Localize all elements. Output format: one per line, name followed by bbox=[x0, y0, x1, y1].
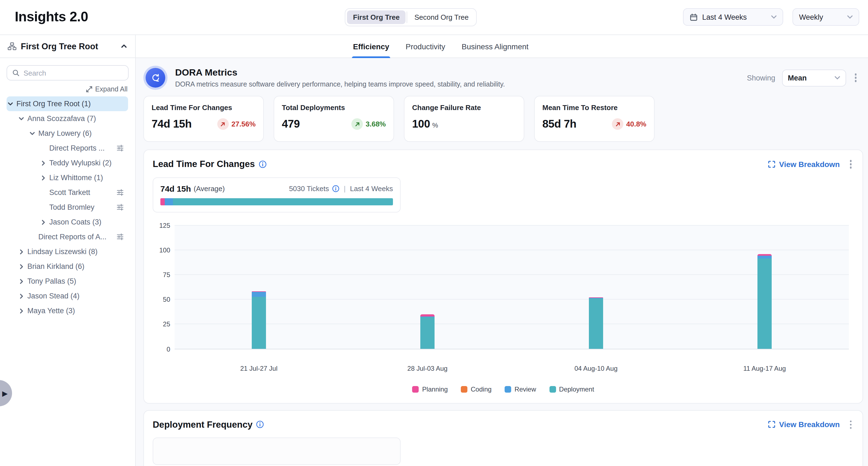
period-label: Last 4 Weeks bbox=[350, 184, 393, 193]
tree-item-label: First Org Tree Root (1) bbox=[17, 100, 91, 108]
stacked-bar bbox=[757, 254, 772, 349]
aggregation-value: Mean bbox=[788, 74, 807, 82]
bar-segment-planning bbox=[420, 314, 435, 317]
chart-plot bbox=[175, 225, 849, 349]
tree-item[interactable]: First Org Tree Root (1) bbox=[6, 96, 128, 111]
tab-business-alignment[interactable]: Business Alignment bbox=[462, 35, 528, 58]
tree-item[interactable]: Teddy Wylupski (2) bbox=[6, 155, 128, 170]
tree-item-label: Teddy Wylupski (2) bbox=[49, 159, 112, 167]
bar-segment-planning bbox=[757, 254, 772, 256]
tab-efficiency[interactable]: Efficiency bbox=[353, 35, 389, 58]
lead-time-title: Lead Time For Changes bbox=[153, 159, 255, 170]
tree-item[interactable]: Maya Yette (3) bbox=[6, 303, 128, 318]
chevron-right-icon[interactable] bbox=[39, 174, 47, 181]
legend-label: Review bbox=[515, 385, 536, 393]
expand-all-label: Expand All bbox=[95, 85, 127, 93]
trend-up-icon bbox=[351, 118, 363, 130]
chevron-right-icon[interactable] bbox=[18, 278, 25, 285]
deployment-summary-box bbox=[153, 438, 401, 465]
chevron-right-icon[interactable] bbox=[18, 307, 25, 315]
chevron-right-icon[interactable] bbox=[39, 159, 47, 167]
tree-item[interactable]: Direct Reports ... bbox=[6, 141, 128, 155]
dora-subtitle: DORA metrics measure software delivery p… bbox=[175, 81, 505, 88]
header-controls: Last 4 Weeks Weekly bbox=[683, 8, 859, 26]
tree-item[interactable]: Anna Scozzafava (7) bbox=[6, 111, 128, 126]
main-area: Efficiency Productivity Business Alignme… bbox=[136, 35, 868, 466]
metric-value: 74d 15h bbox=[152, 118, 191, 130]
tree-item[interactable]: Liz Whittome (1) bbox=[6, 170, 128, 185]
deployment-kebab-menu[interactable] bbox=[847, 418, 854, 431]
tree-item[interactable]: Scott Tarkett bbox=[6, 185, 128, 200]
app-title: Insights 2.0 bbox=[15, 9, 88, 25]
date-range-select[interactable]: Last 4 Weeks bbox=[683, 8, 783, 26]
granularity-select[interactable]: Weekly bbox=[793, 8, 859, 26]
toggle-first-org-tree[interactable]: First Org Tree bbox=[347, 10, 406, 24]
stacked-bar bbox=[420, 314, 435, 349]
x-tick-label: 28 Jul-03 Aug bbox=[343, 365, 512, 372]
tree-item[interactable]: Brian Kirkland (6) bbox=[6, 259, 128, 274]
deployment-frequency-title: Deployment Frequency bbox=[153, 419, 253, 430]
chevron-down-icon[interactable] bbox=[6, 100, 14, 108]
tree-item-label: Jason Coats (3) bbox=[49, 218, 101, 226]
tree-item[interactable]: Lindsay Liszewski (8) bbox=[6, 244, 128, 259]
tree-item-label: Liz Whittome (1) bbox=[49, 174, 103, 182]
expand-corners-icon bbox=[768, 421, 776, 429]
toggle-second-org-tree[interactable]: Second Org Tree bbox=[408, 10, 475, 24]
tree-item-label: Scott Tarkett bbox=[49, 188, 90, 197]
expand-all-button[interactable]: Expand All bbox=[0, 85, 127, 93]
lead-time-kebab-menu[interactable] bbox=[847, 158, 854, 171]
view-breakdown-link[interactable]: View Breakdown bbox=[768, 420, 840, 429]
legend-item[interactable]: Review bbox=[505, 385, 536, 393]
legend-item[interactable]: Planning bbox=[412, 385, 448, 393]
tree-item[interactable]: Tony Pallas (5) bbox=[6, 274, 128, 289]
dashboard-content: DORA Metrics DORA metrics measure softwa… bbox=[136, 58, 868, 466]
filters-icon[interactable] bbox=[117, 189, 124, 196]
metric-value: 100 bbox=[412, 118, 430, 130]
info-icon[interactable] bbox=[332, 185, 339, 192]
tree-item[interactable]: Mary Lowery (6) bbox=[6, 126, 128, 141]
chevron-down-icon[interactable] bbox=[18, 115, 25, 122]
chevron-down-icon[interactable] bbox=[28, 129, 36, 137]
showing-label: Showing bbox=[747, 74, 775, 82]
search-input[interactable] bbox=[24, 69, 123, 77]
legend-item[interactable]: Coding bbox=[461, 385, 492, 393]
trend-badge: 3.68% bbox=[351, 118, 386, 130]
collapse-sidebar-icon[interactable] bbox=[120, 43, 127, 50]
tree-item-label: Brian Kirkland (6) bbox=[27, 262, 85, 270]
tree-item[interactable]: Direct Reports of A... bbox=[6, 229, 128, 244]
bar-segment-review bbox=[252, 292, 266, 296]
average-value: 74d 15h bbox=[160, 184, 191, 193]
chevron-right-icon[interactable] bbox=[39, 218, 47, 226]
metric-label: Total Deployments bbox=[282, 104, 386, 112]
org-hierarchy-icon bbox=[8, 42, 17, 51]
tab-productivity[interactable]: Productivity bbox=[406, 35, 445, 58]
chevron-right-icon[interactable] bbox=[18, 248, 25, 256]
trend-delta: 40.8% bbox=[626, 120, 646, 128]
dora-kebab-menu[interactable] bbox=[852, 71, 859, 84]
tree-item-label: Anna Scozzafava (7) bbox=[27, 114, 96, 123]
tree-item-label: Direct Reports ... bbox=[49, 144, 105, 152]
metric-card: Lead Time For Changes74d 15h27.56% bbox=[144, 96, 264, 142]
chevron-right-icon[interactable] bbox=[18, 263, 25, 270]
legend-item[interactable]: Deployment bbox=[549, 385, 594, 393]
metric-label: Mean Time To Restore bbox=[542, 104, 646, 112]
view-breakdown-link[interactable]: View Breakdown bbox=[768, 160, 840, 169]
info-icon[interactable] bbox=[256, 421, 264, 429]
filters-icon[interactable] bbox=[117, 233, 124, 240]
tree-item[interactable]: Jason Coats (3) bbox=[6, 215, 128, 229]
gridline bbox=[175, 274, 849, 275]
bar-segment-deployment bbox=[252, 296, 266, 349]
info-icon[interactable] bbox=[259, 161, 267, 168]
tree-item[interactable]: Jason Stead (4) bbox=[6, 289, 128, 303]
metric-unit: % bbox=[432, 121, 438, 129]
filters-icon[interactable] bbox=[117, 145, 124, 152]
tree-item[interactable]: Todd Bromley bbox=[6, 200, 128, 215]
chevron-right-icon[interactable] bbox=[18, 292, 25, 300]
metric-value: 85d 7h bbox=[542, 118, 576, 130]
filters-icon[interactable] bbox=[117, 204, 124, 211]
aggregation-select[interactable]: Mean bbox=[782, 69, 846, 86]
tree-item-label: Lindsay Liszewski (8) bbox=[27, 247, 98, 256]
y-tick-label: 75 bbox=[163, 271, 170, 279]
y-tick-label: 50 bbox=[163, 296, 170, 303]
metric-label: Change Failure Rate bbox=[412, 104, 516, 112]
